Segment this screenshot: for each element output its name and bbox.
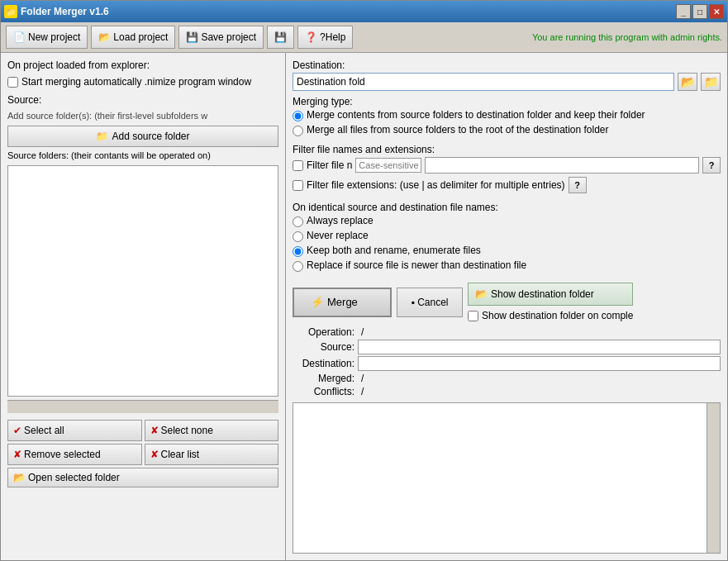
titlebar: 📁 Folder Merger v1.6 _ □ ✕: [1, 1, 727, 22]
help-button[interactable]: ❓ ?Help: [297, 26, 353, 49]
show-destination-folder-button[interactable]: 📂 Show destination folder: [468, 283, 633, 306]
minimize-button[interactable]: _: [676, 4, 691, 19]
clear-list-button[interactable]: ✘ Clear list: [145, 444, 279, 465]
show-dest-icon: 📂: [475, 288, 488, 300]
dest-status-row: Destination:: [293, 356, 721, 371]
cancel-button[interactable]: ▪ Cancel: [397, 288, 463, 317]
left-panel: On project loaded from explorer: Start m…: [1, 53, 286, 560]
start-merging-row: Start merging automatically .nimize prog…: [7, 76, 278, 88]
filter-names-label: Filter file n: [307, 159, 352, 171]
remove-selected-button[interactable]: ✘ Remove selected: [7, 444, 142, 465]
always-replace-label: Always replace: [307, 215, 374, 226]
merge-option1-row: Merge contents from source folders to de…: [293, 109, 721, 121]
filter-extensions-row: Filter file extensions: (use | as delimi…: [293, 177, 721, 193]
save-project-button[interactable]: 💾 Save project: [178, 26, 264, 49]
source-folders-list[interactable]: [7, 165, 278, 397]
add-source-folder-button[interactable]: 📁 Add source folder: [7, 126, 278, 147]
operation-label: Operation:: [293, 326, 354, 338]
merging-type-label: Merging type:: [293, 96, 721, 107]
filter-extensions-label: Filter file extensions: (use | as delimi…: [307, 179, 565, 191]
source-status-value: [358, 340, 721, 354]
recent-folder-button[interactable]: 📁: [701, 73, 721, 91]
log-area[interactable]: [293, 402, 721, 554]
filter-names-checkbox[interactable]: [293, 160, 303, 171]
dest-status-value: [358, 356, 721, 371]
open-selected-folder-button[interactable]: 📂 Open selected folder: [7, 468, 278, 487]
clear-icon: ✘: [150, 449, 159, 460]
merged-value: /: [361, 373, 364, 384]
never-replace-label: Never replace: [307, 230, 369, 241]
merge-option2-label: Merge all files from source folders to t…: [307, 124, 609, 135]
start-merging-label: Start merging automatically .nimize prog…: [21, 76, 251, 88]
merge-cancel-row: ⚡ Merge ▪ Cancel 📂 Show destination fold…: [293, 283, 721, 321]
destination-input[interactable]: [293, 73, 674, 91]
never-replace-radio[interactable]: [293, 231, 303, 242]
conflicts-row: Conflicts: /: [293, 386, 721, 397]
close-button[interactable]: ✕: [709, 4, 724, 19]
toolbar: 📄 New project 📂 Load project 💾 Save proj…: [1, 22, 727, 53]
remove-icon: ✘: [13, 449, 21, 460]
replace-newer-radio[interactable]: [293, 261, 303, 272]
source-status-row: Source:: [293, 340, 721, 354]
browse-folder-button[interactable]: 📂: [678, 73, 697, 91]
operation-row: Operation: /: [293, 326, 721, 338]
merge-option1-label: Merge contents from source folders to de…: [307, 109, 645, 121]
filter-names-help-button[interactable]: ?: [702, 157, 721, 174]
identical-section: On identical source and destination file…: [293, 202, 721, 274]
destination-section: Destination: 📂 📁: [293, 59, 721, 91]
replace-newer-label: Replace if source file is newer than des…: [307, 259, 526, 271]
select-buttons-row: ✔ Select all ✘ Select none: [7, 420, 278, 441]
merge-button[interactable]: ⚡ Merge: [293, 288, 392, 317]
source-list-hscroll[interactable]: [7, 400, 278, 413]
new-project-icon: 📄: [13, 31, 26, 43]
conflicts-label: Conflicts:: [293, 386, 354, 397]
remove-clear-row: ✘ Remove selected ✘ Clear list: [7, 444, 278, 465]
help-icon: ❓: [305, 31, 317, 43]
source-folders-label: Source folders: (their contants will be …: [7, 150, 278, 160]
replace-newer-row: Replace if source file is newer than des…: [293, 259, 721, 272]
show-on-complete-checkbox[interactable]: [468, 311, 478, 321]
conflicts-value: /: [361, 386, 364, 397]
admin-rights-text: You are running this program with admin …: [532, 32, 722, 42]
filter-section: Filter file names and extensions: Filter…: [293, 144, 721, 197]
never-replace-row: Never replace: [293, 230, 721, 242]
always-replace-row: Always replace: [293, 215, 721, 227]
keep-both-radio[interactable]: [293, 246, 303, 257]
add-source-hint: Add source folder(s): (their first-level…: [7, 111, 278, 121]
merged-label: Merged:: [293, 373, 354, 384]
source-status-label: Source:: [293, 341, 354, 353]
source-label: Source:: [7, 94, 278, 106]
keep-both-label: Keep both and rename, enumerate files: [307, 245, 481, 256]
status-section: Operation: / Source: Destination: Merged…: [293, 326, 721, 397]
merge-option2-row: Merge all files from source folders to t…: [293, 124, 721, 136]
filter-extensions-checkbox[interactable]: [293, 180, 303, 191]
merged-row: Merged: /: [293, 373, 721, 384]
load-project-icon: 📂: [98, 31, 111, 43]
floppy-button[interactable]: 💾: [267, 26, 294, 49]
show-on-complete-label: Show destination folder on comple: [482, 310, 633, 321]
merging-type-section: Merging type: Merge contents from source…: [293, 96, 721, 139]
select-all-icon: ✔: [13, 425, 21, 436]
always-replace-radio[interactable]: [293, 216, 303, 227]
merge-option2-radio[interactable]: [293, 126, 303, 136]
log-scrollbar[interactable]: [707, 403, 720, 553]
maximize-button[interactable]: □: [692, 4, 707, 19]
show-on-complete-row: Show destination folder on comple: [468, 310, 633, 321]
window-controls: _ □ ✕: [676, 4, 724, 19]
merge-option1-radio[interactable]: [293, 111, 303, 121]
filter-names-value-input[interactable]: [425, 157, 699, 174]
start-merging-checkbox[interactable]: [7, 77, 18, 88]
destination-section-label: Destination:: [293, 59, 721, 71]
filter-extensions-help-button[interactable]: ?: [569, 177, 587, 193]
on-project-label: On project loaded from explorer:: [7, 59, 278, 71]
open-folder-icon: 📂: [13, 472, 26, 483]
case-sensitive-input[interactable]: [355, 158, 421, 173]
load-project-button[interactable]: 📂 Load project: [91, 26, 175, 49]
filter-section-label: Filter file names and extensions:: [293, 144, 721, 155]
identical-section-label: On identical source and destination file…: [293, 202, 721, 213]
new-project-button[interactable]: 📄 New project: [6, 26, 88, 49]
select-none-button[interactable]: ✘ Select none: [145, 420, 279, 441]
select-all-button[interactable]: ✔ Select all: [7, 420, 142, 441]
merge-icon: ⚡: [311, 296, 324, 308]
app-icon: 📁: [4, 5, 17, 18]
